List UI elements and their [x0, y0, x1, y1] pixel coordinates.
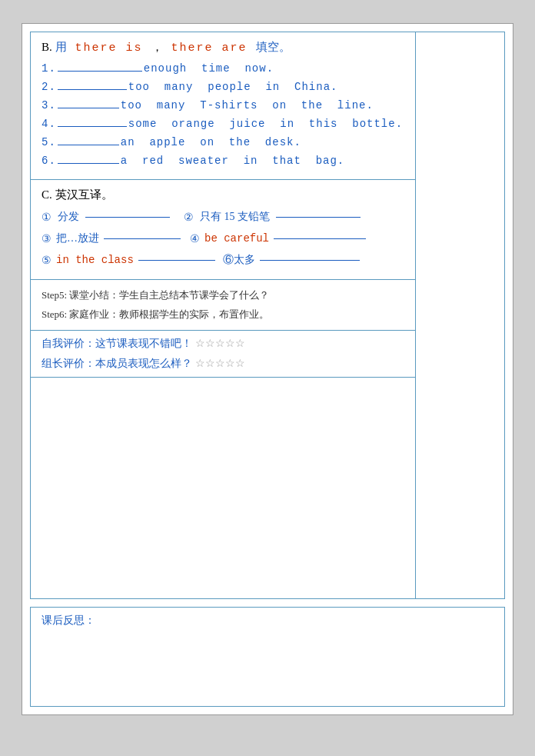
ex3-num: 3. — [42, 99, 56, 112]
tr2-text1: 把…放进 — [56, 231, 99, 245]
tr2-blank2 — [274, 238, 366, 239]
ex4-num: 4. — [42, 118, 56, 130]
group-eval-label: 组长评价： — [42, 358, 95, 369]
ex5-text: an apple on the desk. — [121, 136, 301, 148]
section-c: C. 英汉互译。 ① 分发 ② 只有 15 支铅笔 ③ 把…放进 — [31, 180, 415, 280]
group-eval-line: 组长评价：本成员表现怎么样？☆☆☆☆☆ — [42, 357, 404, 371]
left-col: B. 用 there is ， there are 填空。 1.enough t… — [31, 32, 416, 598]
ex2-num: 2. — [42, 81, 56, 93]
exercise-2: 2.too many people in China. — [42, 81, 404, 93]
reflection-section: 课后反思： — [30, 607, 505, 707]
ex2-blank — [58, 89, 127, 90]
b-english1: there is — [67, 42, 151, 55]
tr1-text2: 只有 15 支铅笔 — [200, 210, 270, 224]
section-c-title: C. 英汉互译。 — [42, 188, 404, 202]
translation-row-2: ③ 把…放进 ④ be careful — [42, 231, 404, 245]
tr2-num1: ③ — [42, 232, 52, 245]
tr1-blank2 — [276, 217, 361, 218]
ex2-text: too many people in China. — [128, 81, 338, 93]
tr1-num2: ② — [184, 211, 194, 224]
ex6-num: 6. — [42, 155, 56, 167]
evaluation-section: 自我评价：这节课表现不错吧！☆☆☆☆☆ 组长评价：本成员表现怎么样？☆☆☆☆☆ — [31, 331, 415, 378]
b-chinese-fill: 填空。 — [256, 41, 291, 53]
tr1-text1: 分发 — [58, 210, 79, 224]
exercise-3: 3.too many T-shirts on the line. — [42, 99, 404, 112]
section-b-title: B. 用 there is ， there are 填空。 — [42, 40, 404, 55]
exercise-5: 5.an apple on the desk. — [42, 136, 404, 148]
section-b: B. 用 there is ， there are 填空。 1.enough t… — [31, 32, 415, 180]
b-chinese-use: 用 — [55, 41, 67, 53]
tr3-blank2 — [260, 260, 360, 261]
tr1-blank1 — [85, 217, 170, 218]
ex1-blank — [58, 71, 142, 72]
b-label: B. — [42, 41, 55, 53]
ex6-text: a red sweater in that bag. — [121, 155, 344, 167]
ex3-text: too many T-shirts on the line. — [121, 99, 374, 112]
ex5-num: 5. — [42, 136, 56, 148]
tr3-num2: ⑥太多 — [223, 253, 255, 267]
b-english2: there are — [163, 42, 256, 55]
tr3-blank1 — [138, 260, 215, 261]
tr3-num1: ⑤ — [42, 254, 52, 267]
exercise-4: 4.some orange juice in this bottle. — [42, 118, 404, 130]
translation-row-3: ⑤ in the class ⑥太多 — [42, 253, 404, 267]
ex1-text: enough time now. — [144, 62, 274, 75]
steps-section: Step5: 课堂小结：学生自主总结本节课学会了什么？ Step6: 家庭作业：… — [31, 280, 415, 331]
two-col-layout: B. 用 there is ， there are 填空。 1.enough t… — [31, 32, 504, 598]
step5-text: Step5: 课堂小结：学生自主总结本节课学会了什么？ — [42, 286, 404, 305]
ex6-blank — [58, 163, 119, 164]
exercise-1: 1.enough time now. — [42, 62, 404, 75]
tr2-num2: ④ — [190, 232, 200, 245]
reflection-title: 课后反思： — [42, 614, 493, 628]
self-eval-label: 自我评价： — [42, 338, 95, 349]
main-content-box: B. 用 there is ， there are 填空。 1.enough t… — [30, 32, 505, 599]
ex3-blank — [58, 108, 119, 108]
ex1-num: 1. — [42, 62, 56, 75]
self-eval-stars: ☆☆☆☆☆ — [195, 338, 245, 349]
self-eval-text: 这节课表现不错吧！ — [95, 338, 192, 349]
tr3-text1: in the class — [56, 254, 134, 266]
group-eval-text: 本成员表现怎么样？ — [95, 358, 192, 369]
exercise-6: 6.a red sweater in that bag. — [42, 155, 404, 167]
ex4-text: some orange juice in this bottle. — [128, 118, 403, 130]
self-eval-line: 自我评价：这节课表现不错吧！☆☆☆☆☆ — [42, 337, 404, 351]
tr2-text2: be careful — [204, 232, 269, 245]
group-eval-stars: ☆☆☆☆☆ — [195, 358, 245, 369]
right-col — [416, 32, 504, 598]
ex5-blank — [58, 145, 119, 145]
page-container: B. 用 there is ， there are 填空。 1.enough t… — [22, 23, 513, 715]
step6-text: Step6: 家庭作业：教师根据学生的实际，布置作业。 — [42, 305, 404, 325]
tr1-num1: ① — [42, 211, 52, 224]
b-sep: ， — [151, 41, 163, 53]
translation-row-1: ① 分发 ② 只有 15 支铅笔 — [42, 210, 404, 224]
tr2-blank1 — [104, 238, 181, 239]
ex4-blank — [58, 126, 127, 127]
